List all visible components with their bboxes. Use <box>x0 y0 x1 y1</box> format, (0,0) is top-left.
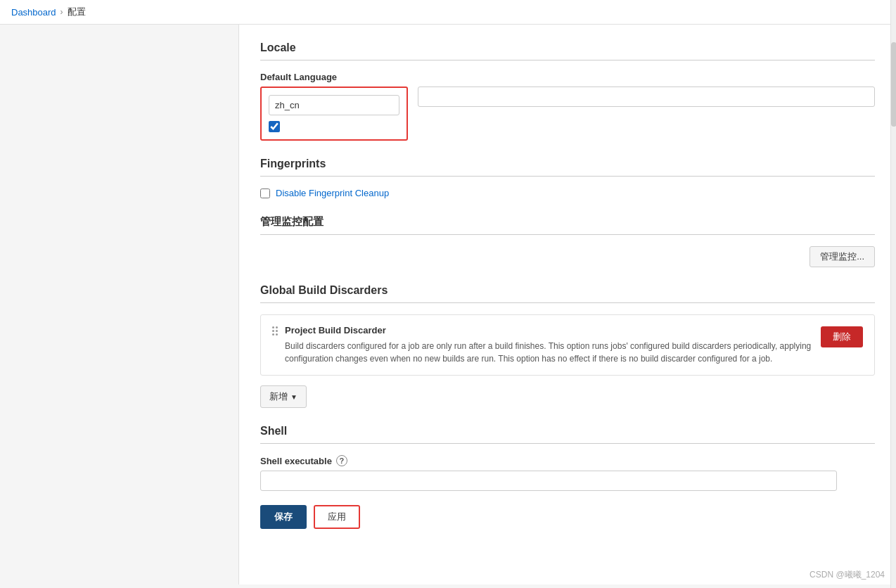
delete-discarder-button[interactable]: 删除 <box>821 326 863 347</box>
discarder-description: Build discarders configured for a job ar… <box>285 340 814 365</box>
locale-divider <box>260 60 875 60</box>
default-language-input[interactable] <box>269 95 399 115</box>
fingerprints-section: Fingerprints Disable Fingerprint Cleanup <box>260 158 875 198</box>
disable-fingerprint-label[interactable]: Disable Fingerprint Cleanup <box>276 188 389 198</box>
admin-monitor-button[interactable]: 管理监控... <box>809 246 875 267</box>
global-build-title: Global Build Discarders <box>260 284 875 297</box>
save-button[interactable]: 保存 <box>260 505 307 529</box>
drag-icon <box>272 326 278 335</box>
disable-fingerprint-checkbox[interactable] <box>260 188 270 198</box>
main-content: Locale Default Language <box>239 25 896 584</box>
watermark: CSDN @曦曦_1204 <box>809 569 885 581</box>
locale-secondary-input[interactable] <box>418 87 875 107</box>
breadcrumb-current: 配置 <box>68 6 86 18</box>
global-build-divider <box>260 302 875 303</box>
locale-title: Locale <box>260 41 875 54</box>
default-language-label: Default Language <box>260 72 875 82</box>
shell-help-icon[interactable]: ? <box>336 455 347 466</box>
shell-executable-label: Shell executable ? <box>260 455 875 466</box>
scrollbar-track[interactable] <box>890 0 896 584</box>
discarder-title: Project Build Discarder <box>285 325 814 335</box>
locale-right-col <box>418 87 875 107</box>
apply-wrapper: 应用 <box>314 505 360 529</box>
admin-monitor-title: 管理监控配置 <box>260 215 875 229</box>
add-button-label: 新增 <box>269 390 288 403</box>
shell-title: Shell <box>260 425 875 437</box>
sidebar <box>0 25 239 584</box>
fingerprints-title: Fingerprints <box>260 158 875 170</box>
global-build-section: Global Build Discarders Project Build Di… <box>260 284 875 408</box>
dropdown-arrow-icon: ▼ <box>290 393 297 401</box>
breadcrumb-dashboard[interactable]: Dashboard <box>11 7 56 18</box>
breadcrumb-separator: › <box>60 7 63 17</box>
discarder-body: Project Build Discarder Build discarders… <box>285 325 814 365</box>
fingerprints-divider <box>260 176 875 177</box>
locale-section: Locale Default Language <box>260 41 875 141</box>
shell-section: Shell Shell executable ? <box>260 425 875 491</box>
scrollbar-thumb[interactable] <box>891 42 896 127</box>
admin-monitor-section: 管理监控配置 管理监控... <box>260 215 875 267</box>
admin-monitor-divider <box>260 234 875 235</box>
shell-executable-text: Shell executable <box>260 456 332 466</box>
bottom-action-row: 保存 应用 <box>260 505 875 529</box>
top-bar: Dashboard › 配置 <box>0 0 896 25</box>
shell-executable-input[interactable] <box>260 471 837 491</box>
add-button[interactable]: 新增 ▼ <box>260 385 307 408</box>
discarder-desc-part1: Build discarders configured for a job ar… <box>285 341 811 351</box>
apply-button[interactable]: 应用 <box>315 506 359 528</box>
discarder-card: Project Build Discarder Build discarders… <box>260 314 875 376</box>
shell-divider <box>260 443 875 444</box>
discarder-desc-part3: configuration changes even when no new b… <box>285 354 772 364</box>
locale-highlight-box <box>260 87 408 141</box>
locale-checkbox[interactable] <box>269 121 280 132</box>
